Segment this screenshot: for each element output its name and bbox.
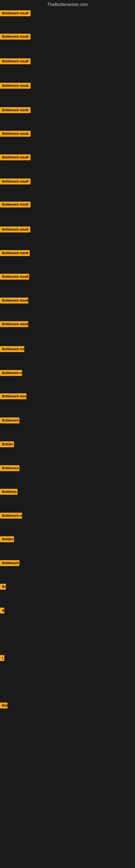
bottleneck-badge[interactable]: Bottleneck result bbox=[0, 83, 31, 89]
site-title-bar: TheBottlenecker.com bbox=[0, 0, 135, 10]
bottleneck-badge[interactable]: Bottleneck result bbox=[0, 58, 31, 64]
bottleneck-badge[interactable]: Bottleneck result bbox=[0, 131, 31, 137]
bottleneck-badge[interactable]: Bottleneck result bbox=[0, 346, 24, 352]
site-title: TheBottlenecker.com bbox=[0, 0, 135, 10]
bottleneck-badge[interactable]: Bottleneck re bbox=[0, 513, 22, 519]
bottleneck-badge[interactable]: Bottleneck bbox=[0, 560, 19, 566]
bottleneck-badge[interactable]: Bottleneck result bbox=[0, 10, 31, 16]
bottleneck-badge[interactable]: Bottleneck re bbox=[0, 370, 22, 376]
bottleneck-badge[interactable]: Bottleneck result bbox=[0, 298, 28, 304]
bottleneck-badge[interactable]: Bo bbox=[0, 584, 6, 590]
bottleneck-badge[interactable]: Bottleneck bbox=[0, 465, 19, 471]
bottleneck-badge[interactable]: Bottleneck bbox=[0, 417, 19, 424]
bottleneck-badge[interactable]: Bottleneck result bbox=[0, 34, 31, 40]
bottleneck-badge[interactable]: Bottlen bbox=[0, 441, 14, 447]
bottleneck-badge[interactable]: Bottleneck result bbox=[0, 250, 30, 256]
bottleneck-badge[interactable]: Bottleneck resul bbox=[0, 393, 27, 399]
bottleneck-badge[interactable]: Bottlenec bbox=[0, 489, 17, 495]
bottleneck-list: Bottleneck resultBottleneck resultBottle… bbox=[0, 10, 135, 865]
bottleneck-badge[interactable]: Bottleneck result bbox=[0, 226, 30, 232]
bottleneck-badge[interactable]: Bottleneck result bbox=[0, 321, 28, 327]
bottleneck-badge[interactable]: Bot bbox=[0, 703, 8, 709]
bottleneck-badge[interactable]: Bottleneck result bbox=[0, 154, 31, 160]
bottleneck-badge[interactable]: Bottleneck result bbox=[0, 107, 31, 113]
bottleneck-badge[interactable]: Bottleneck result bbox=[0, 274, 29, 280]
bottleneck-badge[interactable]: Bottlen bbox=[0, 536, 14, 542]
bottleneck-badge[interactable]: | bbox=[0, 655, 4, 661]
bottleneck-badge[interactable]: Bottleneck result bbox=[0, 202, 31, 208]
bottleneck-badge[interactable]: Bottleneck result bbox=[0, 179, 31, 184]
bottleneck-badge[interactable]: B bbox=[0, 608, 4, 614]
